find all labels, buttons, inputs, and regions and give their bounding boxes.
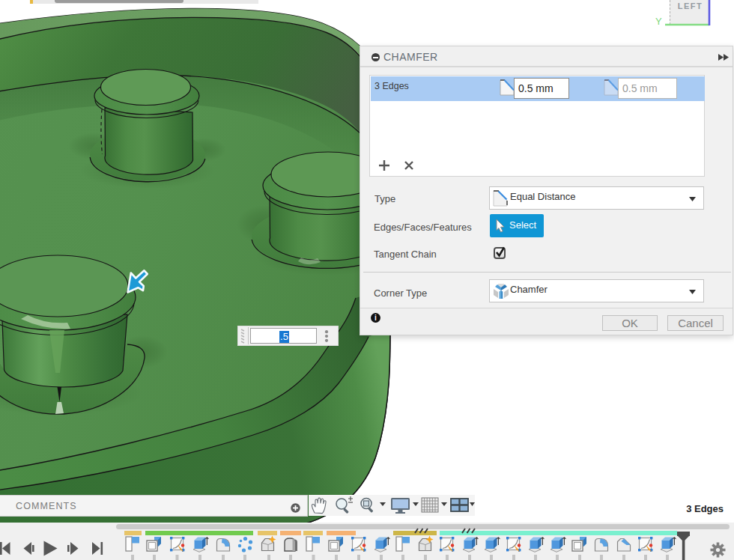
svg-text:Y: Y <box>655 16 662 27</box>
